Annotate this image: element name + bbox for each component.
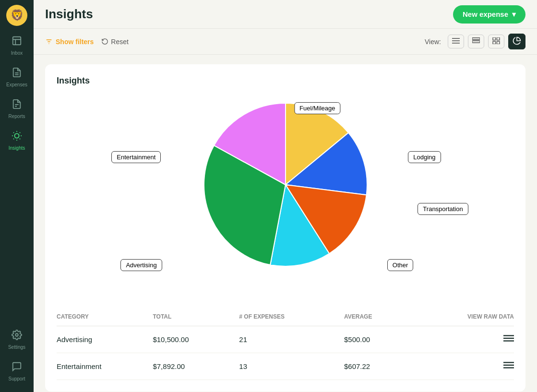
svg-rect-25 <box>493 41 496 44</box>
reset-icon <box>101 38 108 45</box>
topbar: Insights New expense ▾ <box>34 0 537 29</box>
list-icon <box>472 37 480 44</box>
svg-rect-0 <box>13 37 21 45</box>
main-area: Insights New expense ▾ Show filters Rese… <box>34 0 537 392</box>
cell-total: $7,892.00 <box>145 353 231 380</box>
chevron-down-icon: ▾ <box>512 10 516 19</box>
show-filters-label: Show filters <box>56 38 94 46</box>
pie-chart-container: Fuel/Mileage Lodging Transportation Othe… <box>57 94 514 295</box>
sidebar-item-label-support: Support <box>8 376 25 381</box>
cell-average: $500.00 <box>336 326 407 353</box>
insights-card: Insights Fuel/Mileage <box>45 64 525 392</box>
insights-icon <box>12 131 22 143</box>
view-label: View: <box>425 38 441 46</box>
cell-category: Advertising <box>57 326 145 353</box>
svg-point-14 <box>15 333 18 336</box>
svg-point-5 <box>14 133 19 138</box>
grid-icon <box>492 37 500 44</box>
sidebar-item-label-insights: Insights <box>9 145 25 151</box>
svg-line-8 <box>13 132 14 133</box>
chart-icon <box>513 36 521 45</box>
sidebar-item-inbox[interactable]: Inbox <box>0 30 34 61</box>
svg-rect-23 <box>493 37 496 40</box>
sidebar-item-label-reports: Reports <box>8 114 25 119</box>
sidebar-item-label-expenses: Expenses <box>6 82 27 87</box>
sidebar-item-settings[interactable]: Settings <box>0 324 34 356</box>
reports-icon <box>12 99 22 112</box>
insights-table: Category Total # of Expenses Average Vie… <box>57 309 514 380</box>
sidebar-item-expenses[interactable]: Expenses <box>0 61 34 93</box>
reset-label: Reset <box>111 38 129 46</box>
col-header-total: Total <box>145 309 231 326</box>
col-header-average: Average <box>336 309 407 326</box>
raw-data-icon[interactable] <box>503 334 514 344</box>
svg-line-9 <box>20 139 20 139</box>
col-header-view-raw: View Raw Data <box>407 309 514 326</box>
sidebar-item-support[interactable]: Support <box>0 356 34 387</box>
sidebar-item-label-inbox: Inbox <box>11 50 23 56</box>
inbox-icon <box>12 36 22 48</box>
list-compact-icon <box>452 37 460 44</box>
expenses-icon <box>12 67 22 80</box>
pie-label-advertising: Advertising <box>120 259 162 271</box>
table-row: Entertainment $7,892.00 13 $607.22 <box>57 353 514 380</box>
support-icon <box>12 361 22 374</box>
view-chart-button[interactable] <box>508 34 525 49</box>
reset-button[interactable]: Reset <box>101 38 129 46</box>
pie-label-entertainment: Entertainment <box>111 151 161 163</box>
sidebar-item-insights[interactable]: Insights <box>0 125 34 156</box>
pie-label-other: Other <box>387 259 414 271</box>
pie-label-transportation: Transportation <box>418 203 468 215</box>
svg-line-13 <box>20 132 20 133</box>
toolbar: Show filters Reset View: <box>34 29 537 55</box>
cell-num-expenses: 13 <box>231 353 336 380</box>
new-expense-label: New expense <box>463 10 508 18</box>
col-header-num-expenses: # of Expenses <box>231 309 336 326</box>
toolbar-left: Show filters Reset <box>45 38 129 46</box>
cell-average: $607.22 <box>336 353 407 380</box>
settings-icon <box>12 330 22 343</box>
pie-label-lodging: Lodging <box>408 151 441 163</box>
cell-view-raw[interactable] <box>407 353 514 380</box>
cell-view-raw[interactable] <box>407 326 514 353</box>
table-row: Advertising $10,500.00 21 $500.00 <box>57 326 514 353</box>
col-header-category: Category <box>57 309 145 326</box>
pie-chart-svg <box>194 94 377 276</box>
svg-line-12 <box>13 139 14 139</box>
insights-card-title: Insights <box>57 76 514 86</box>
sidebar-item-reports[interactable]: Reports <box>0 93 34 125</box>
sidebar: 🦁 Inbox Expenses Reports Insights Settin… <box>0 0 34 392</box>
toolbar-right: View: <box>425 34 525 49</box>
page-title: Insights <box>45 7 93 22</box>
sidebar-logo: 🦁 <box>6 5 27 26</box>
view-list-compact-button[interactable] <box>448 35 464 48</box>
svg-rect-22 <box>472 41 480 43</box>
pie-label-fuel: Fuel/Mileage <box>294 102 340 114</box>
logo-icon: 🦁 <box>11 9 24 22</box>
content-area: Insights Fuel/Mileage <box>34 55 537 392</box>
cell-total: $10,500.00 <box>145 326 231 353</box>
raw-data-icon[interactable] <box>503 361 514 371</box>
view-grid-button[interactable] <box>488 35 504 48</box>
cell-category: Entertainment <box>57 353 145 380</box>
svg-rect-21 <box>472 38 480 40</box>
sidebar-item-label-settings: Settings <box>8 344 25 350</box>
view-list-button[interactable] <box>468 35 484 48</box>
filter-icon <box>45 38 53 46</box>
svg-rect-26 <box>497 41 500 44</box>
new-expense-button[interactable]: New expense ▾ <box>453 5 525 24</box>
cell-num-expenses: 21 <box>231 326 336 353</box>
svg-rect-24 <box>497 37 500 40</box>
show-filters-button[interactable]: Show filters <box>45 38 94 46</box>
